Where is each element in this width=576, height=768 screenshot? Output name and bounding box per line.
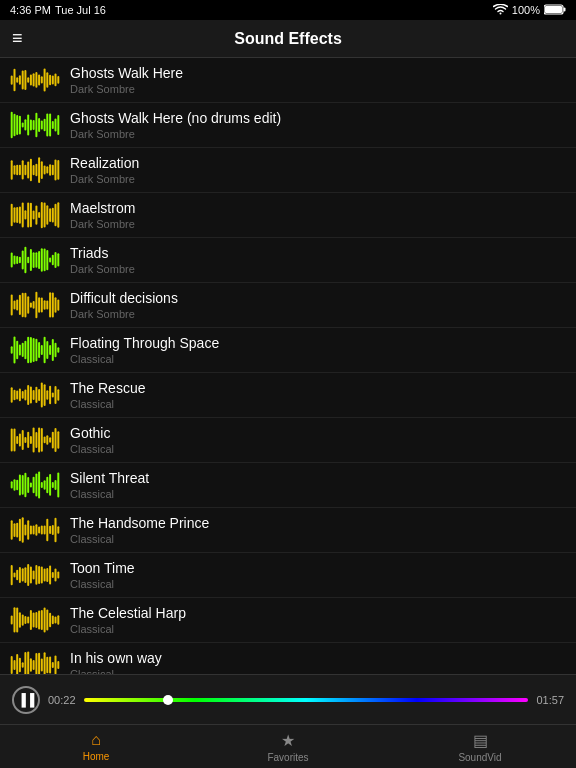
favorites-icon: ★ [281,731,295,750]
waveform-thumbnail [10,64,60,96]
svg-rect-126 [52,339,54,361]
list-item[interactable]: Toon TimeClassical [0,553,576,598]
list-item[interactable]: Ghosts Walk HereDark Sombre [0,58,576,103]
status-bar: 4:36 PM Tue Jul 16 100% [0,0,576,20]
track-info: TriadsDark Sombre [70,245,566,275]
svg-rect-141 [44,384,46,406]
svg-rect-195 [44,526,46,535]
progress-thumb[interactable] [163,695,173,705]
svg-rect-96 [19,295,21,315]
svg-rect-116 [24,341,26,360]
waveform-thumbnail [10,334,60,366]
svg-rect-205 [22,568,24,581]
svg-rect-9 [27,77,29,83]
track-info: The RescueClassical [70,380,566,410]
svg-rect-247 [38,653,40,674]
svg-rect-217 [55,569,57,582]
list-item[interactable]: The Celestial HarpClassical [0,598,576,643]
svg-rect-64 [30,203,32,227]
list-item[interactable]: TriadsDark Sombre [0,238,576,283]
svg-rect-155 [33,428,35,453]
track-name: The Handsome Prince [70,515,566,531]
svg-rect-254 [57,661,59,669]
svg-rect-188 [24,525,26,536]
svg-rect-41 [16,165,18,176]
svg-rect-153 [27,432,29,448]
svg-rect-101 [33,301,35,309]
svg-rect-34 [46,113,48,136]
svg-rect-231 [44,607,46,632]
svg-rect-27 [27,115,29,136]
svg-rect-183 [11,520,13,540]
svg-rect-13 [38,75,40,86]
svg-rect-137 [33,390,35,400]
svg-rect-194 [41,526,43,535]
svg-rect-30 [35,113,37,137]
list-item[interactable]: In his own wayClassical [0,643,576,674]
list-item[interactable]: Silent ThreatClassical [0,463,576,508]
tab-soundvid[interactable]: ▤SoundVid [384,731,576,763]
menu-button[interactable]: ≡ [12,28,23,49]
current-time: 00:22 [48,694,76,706]
svg-rect-49 [38,157,40,183]
svg-rect-227 [33,613,35,628]
track-info: Difficult decisionsDark Sombre [70,290,566,320]
list-item[interactable]: The RescueClassical [0,373,576,418]
svg-rect-59 [16,207,18,223]
svg-rect-65 [33,211,35,220]
track-category: Dark Sombre [70,173,566,185]
track-category: Classical [70,533,566,545]
svg-rect-240 [19,658,21,673]
svg-rect-172 [30,483,32,488]
track-category: Classical [70,443,566,455]
svg-rect-224 [24,616,26,624]
svg-rect-61 [22,202,24,227]
list-item[interactable]: MaelstromDark Sombre [0,193,576,238]
svg-rect-127 [55,343,57,358]
svg-rect-228 [35,612,37,628]
waveform-thumbnail [10,424,60,456]
list-item[interactable]: Ghosts Walk Here (no drums edit)Dark Som… [0,103,576,148]
progress-slider[interactable] [84,698,529,702]
track-info: Toon TimeClassical [70,560,566,590]
track-name: The Rescue [70,380,566,396]
waveform-thumbnail [10,514,60,546]
svg-rect-123 [44,337,46,364]
waveform-thumbnail [10,199,60,231]
svg-rect-157 [38,428,40,453]
svg-rect-185 [16,523,18,538]
play-pause-button[interactable]: ▐▐ [12,686,40,714]
tab-home[interactable]: ⌂Home [0,731,192,762]
svg-rect-149 [16,436,18,444]
svg-rect-99 [27,296,29,314]
svg-rect-71 [49,208,51,222]
svg-rect-5 [16,77,18,82]
svg-rect-57 [11,204,13,226]
waveform-thumbnail [10,289,60,321]
svg-rect-80 [24,247,26,273]
svg-rect-26 [24,119,26,130]
home-label: Home [83,751,110,762]
svg-rect-36 [52,121,54,129]
svg-rect-234 [52,616,54,625]
svg-rect-192 [35,524,37,536]
svg-rect-133 [22,391,24,399]
svg-rect-12 [35,72,37,88]
list-item[interactable]: RealizationDark Sombre [0,148,576,193]
tab-favorites[interactable]: ★Favorites [192,731,384,763]
svg-rect-35 [49,114,51,137]
svg-rect-218 [57,572,59,579]
svg-rect-182 [57,472,59,497]
svg-rect-236 [57,615,59,625]
list-item[interactable]: Floating Through SpaceClassical [0,328,576,373]
track-category: Classical [70,398,566,410]
svg-rect-143 [49,386,51,405]
list-item[interactable]: GothicClassical [0,418,576,463]
svg-rect-163 [55,428,57,452]
svg-rect-119 [33,338,35,362]
list-item[interactable]: Difficult decisionsDark Sombre [0,283,576,328]
svg-rect-237 [11,656,13,674]
waveform-thumbnail [10,244,60,276]
list-item[interactable]: The Handsome PrinceClassical [0,508,576,553]
svg-rect-100 [30,302,32,307]
